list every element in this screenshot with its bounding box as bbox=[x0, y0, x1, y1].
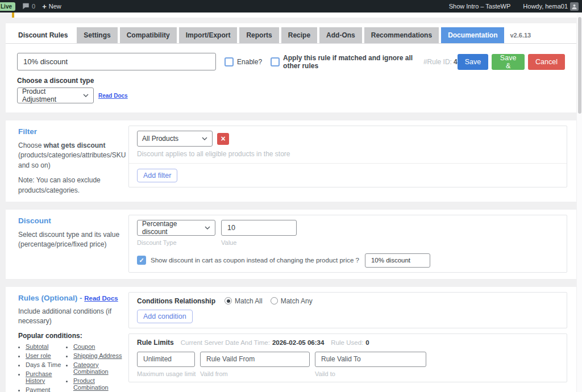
match-any-radio[interactable] bbox=[271, 297, 278, 305]
match-any-radio-group: Match Any bbox=[271, 297, 313, 305]
rule-used-label: Rule Used: bbox=[331, 339, 363, 346]
match-all-radio-group: Match All bbox=[225, 297, 263, 305]
rule-limits-heading: Rule Limits bbox=[137, 339, 174, 347]
condition-link-category-combination[interactable]: Category Combination bbox=[73, 361, 109, 375]
show-intro-link[interactable]: Show Intro – TasteWP bbox=[449, 3, 511, 10]
live-badge: Live bbox=[0, 2, 15, 11]
condition-link-purchase-history[interactable]: Purchase History bbox=[26, 370, 52, 384]
discount-value-input[interactable] bbox=[221, 220, 297, 236]
match-all-radio[interactable] bbox=[225, 297, 232, 305]
tab-import-export[interactable]: Import/Export bbox=[179, 27, 238, 43]
save-button[interactable]: Save bbox=[458, 54, 489, 70]
server-time-label: Current Server Date And Time: bbox=[181, 339, 270, 346]
action-buttons: Save Save & Close Cancel bbox=[458, 54, 565, 70]
discount-value-type-selected: Percentage discount bbox=[142, 220, 201, 236]
cancel-button[interactable]: Cancel bbox=[528, 54, 565, 70]
discount-type-col-label: Discount Type bbox=[137, 239, 221, 246]
admin-bar-new[interactable]: + New bbox=[42, 3, 61, 10]
admin-notice-remnant bbox=[12, 12, 582, 18]
tab-settings[interactable]: Settings bbox=[77, 27, 117, 43]
tab-discount-rules[interactable]: Discount Rules bbox=[11, 27, 74, 43]
tab-recipe[interactable]: Recipe bbox=[281, 27, 317, 43]
filter-desc-bold: what gets discount bbox=[44, 141, 106, 149]
conditions-panel: Conditions Relationship Match All Match … bbox=[128, 292, 567, 328]
discount-desc-line2: (percentage/price/fixed price) bbox=[18, 240, 106, 248]
rules-desc: Include additional conditions (if necess… bbox=[18, 307, 123, 327]
condition-link-coupon[interactable]: Coupon bbox=[73, 343, 95, 350]
condition-link-product-combination[interactable]: Product Combination bbox=[73, 377, 109, 391]
rule-id: #Rule ID:4 bbox=[423, 58, 458, 66]
valid-to-input[interactable] bbox=[315, 352, 426, 367]
add-condition-button[interactable]: Add condition bbox=[137, 310, 193, 323]
coupon-name-input[interactable] bbox=[365, 253, 430, 268]
list-item: Shipping Address bbox=[73, 352, 123, 359]
condition-link-user-role[interactable]: User role bbox=[26, 352, 51, 359]
show-as-coupon-checkbox[interactable]: ✓ bbox=[137, 256, 146, 265]
remove-filter-button[interactable]: × bbox=[217, 133, 229, 145]
comments-count: 0 bbox=[32, 3, 35, 10]
rules-right-col: Conditions Relationship Match All Match … bbox=[128, 292, 567, 392]
max-usage-input[interactable] bbox=[137, 352, 195, 367]
popular-conditions-col1: Subtotal User role Days & Time Purchase … bbox=[18, 343, 61, 392]
admin-bar: Live 0 + New Show Intro – TasteWP Howdy,… bbox=[0, 0, 582, 12]
match-any-label: Match Any bbox=[281, 297, 313, 305]
rule-name-row: Enable? Apply this rule if matched and i… bbox=[6, 44, 576, 70]
tab-documentation[interactable]: Documentation bbox=[441, 27, 504, 43]
rules-heading: Rules (Optional) - bbox=[18, 294, 84, 302]
filter-left-col: Filter Choose what gets discount(product… bbox=[15, 126, 128, 195]
plus-icon: + bbox=[42, 3, 47, 10]
admin-bar-comments[interactable]: 0 bbox=[22, 3, 35, 10]
discount-value-col-label: Value bbox=[221, 239, 236, 246]
list-item: User role bbox=[26, 352, 61, 359]
discount-desc-line1: Select discount type and its value bbox=[18, 231, 119, 239]
condition-link-shipping-address[interactable]: Shipping Address bbox=[73, 352, 122, 359]
admin-bar-account[interactable]: Howdy, hema01 bbox=[523, 2, 579, 11]
plugin-version: v2.6.13 bbox=[510, 32, 531, 39]
enable-label: Enable? bbox=[237, 58, 262, 66]
condition-link-subtotal[interactable]: Subtotal bbox=[26, 343, 48, 350]
rule-used-value: 0 bbox=[365, 339, 369, 346]
list-item: Coupon bbox=[73, 343, 123, 350]
tab-add-ons[interactable]: Add-Ons bbox=[319, 27, 362, 43]
comment-bubble-icon bbox=[22, 3, 30, 10]
rule-header-card: Discount Rules Settings Compatibility Im… bbox=[6, 23, 576, 112]
enable-checkbox[interactable] bbox=[225, 57, 234, 66]
filter-panel: All Products × Discount applies to all e… bbox=[128, 126, 567, 187]
list-item: Subtotal bbox=[26, 343, 61, 350]
rule-name-input[interactable] bbox=[17, 53, 216, 70]
read-docs-link[interactable]: Read Docs bbox=[98, 93, 128, 99]
condition-link-days-time[interactable]: Days & Time bbox=[26, 361, 61, 368]
filter-type-selected-value: All Products bbox=[142, 135, 178, 143]
list-item: Payment Method bbox=[26, 386, 61, 392]
rules-read-docs-link[interactable]: Read Docs bbox=[84, 295, 118, 302]
chevron-down-icon bbox=[202, 137, 207, 140]
scrollbar[interactable] bbox=[577, 12, 582, 392]
plugin-page: Discount Rules Settings Compatibility Im… bbox=[6, 23, 576, 392]
apply-rule-checkbox[interactable] bbox=[271, 57, 280, 66]
discount-type-row: Choose a discount type Product Adjustmen… bbox=[6, 70, 576, 112]
tab-recommendations[interactable]: Recommendations bbox=[364, 27, 439, 43]
divider bbox=[129, 163, 567, 164]
discount-value-type-select[interactable]: Percentage discount bbox=[137, 220, 215, 236]
rule-id-value: 4 bbox=[454, 58, 458, 66]
add-filter-button[interactable]: Add filter bbox=[137, 169, 177, 182]
valid-from-input[interactable] bbox=[200, 352, 310, 367]
condition-link-payment-method[interactable]: Payment Method bbox=[26, 386, 50, 392]
scrollbar-thumb[interactable] bbox=[578, 17, 581, 114]
howdy-label: Howdy, hema01 bbox=[523, 3, 568, 10]
save-close-button[interactable]: Save & Close bbox=[492, 54, 525, 70]
discount-heading: Discount bbox=[18, 216, 123, 225]
apply-rule-label: Apply this rule if matched and ignore al… bbox=[283, 54, 415, 70]
tab-reports[interactable]: Reports bbox=[239, 27, 278, 43]
filter-desc-line2: (products/categories/attributes/SKU and … bbox=[18, 151, 126, 169]
list-item: Category Combination bbox=[73, 361, 123, 375]
discount-type-select[interactable]: Product Adjustment bbox=[17, 87, 94, 103]
tab-compatibility[interactable]: Compatibility bbox=[120, 27, 177, 43]
server-time-value: 2026-02-05 06:34 bbox=[272, 339, 324, 346]
match-all-label: Match All bbox=[235, 297, 263, 305]
filter-type-select[interactable]: All Products bbox=[137, 131, 213, 147]
rules-section: Rules (Optional) - Read Docs Include add… bbox=[6, 287, 576, 392]
discount-type-selected-value: Product Adjustment bbox=[22, 87, 80, 103]
show-as-coupon-label: Show discount in cart as coupon instead … bbox=[151, 257, 359, 264]
rule-limits-panel: Rule Limits Current Server Date And Time… bbox=[128, 333, 567, 382]
